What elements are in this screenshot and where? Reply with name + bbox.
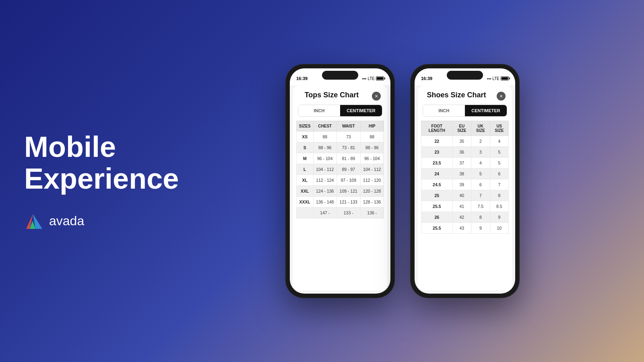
shoes-toggle-centimeter[interactable]: CENTIMETER [465,105,507,116]
battery-icon [376,76,384,80]
tops-cell: 89 - 97 [337,164,360,175]
shoes-cell: 9 [471,223,490,234]
phone-shoes-notch [447,71,483,80]
tops-cell: 112 - 120 [360,175,384,186]
tops-cell: 128 - 136 [360,197,384,208]
tops-cell: S [297,142,314,153]
shoes-modal-title: Shoes Size Chart [424,91,497,99]
tops-cell: 120 - 128 [360,186,384,197]
tops-toggle-row[interactable]: INCH CENTIMETER [298,105,382,117]
shoes-col-foot-length: FOOT LENGTH [421,121,453,136]
tops-size-table: SIZES CHEST WAIST HIP XS887388S88 - 9673… [293,121,387,290]
tops-cell: 73 - 81 [337,142,360,153]
phones-area: 16:39 ▪▪▪ LTE Tops Size Chart INCH CENTI… [185,0,620,362]
shoes-table-row: 264289 [421,212,509,223]
shoes-table-row: 25.5417.58.5 [421,201,509,212]
shoes-cell: 6 [471,179,490,190]
tops-title-bar: Tops Size Chart [293,85,387,105]
tops-table-row: 147 -133 -136 - [297,208,384,218]
phone-shoes-statusbar: 16:39 ▪▪▪ LTE [415,68,515,85]
phone-tops: 16:39 ▪▪▪ LTE Tops Size Chart INCH CENTI… [286,64,394,298]
shoes-cell: 8 [471,212,490,223]
shoes-cell: 35 [452,136,471,147]
tops-cell: 97 - 109 [337,175,360,186]
tops-cell: 88 - 96 [313,142,336,153]
tops-cell: 96 - 104 [360,153,384,164]
avada-logo-icon [24,211,44,231]
shoes-cell: 10 [490,223,508,234]
shoes-cell: 24 [421,169,453,179]
shoes-cell: 8.5 [490,201,508,212]
tops-table-row: XL112 - 12497 - 109112 - 120 [297,175,384,186]
shoes-cell: 22 [421,136,453,147]
tops-cell: 147 - [313,208,336,218]
tops-table: SIZES CHEST WAIST HIP XS887388S88 - 9673… [296,121,384,218]
left-section: Mobile Experience avada [24,131,185,231]
tops-cell: 81 - 89 [337,153,360,164]
shoes-cell: 7 [471,190,490,201]
shoes-cell: 25 [421,190,453,201]
shoes-cell: 3 [471,147,490,158]
phone-shoes: 16:39 ▪▪▪ LTE Shoes Size Chart INCH CENT… [411,64,519,298]
shoes-table: FOOT LENGTH EU SIZE UK SIZE US SIZE 2235… [421,121,509,234]
logo-area: avada [24,211,185,231]
tops-cell: 96 - 104 [313,153,336,164]
tops-col-sizes: SIZES [297,121,314,132]
phone-shoes-modal: Shoes Size Chart INCH CENTIMETER FOOT LE… [418,85,512,290]
tops-table-row: XXL124 - 136109 - 121120 - 128 [297,186,384,197]
shoes-col-eu-size: EU SIZE [452,121,471,136]
shoes-cell: 24.5 [421,179,453,190]
tops-cell: 104 - 112 [313,164,336,175]
shoes-cell: 39 [452,179,471,190]
shoes-close-button[interactable] [497,92,506,101]
tops-toggle-centimeter[interactable]: CENTIMETER [340,105,382,116]
phone-tops-time: 16:39 [296,76,308,81]
shoes-cell: 43 [452,223,471,234]
tops-cell: XL [297,175,314,186]
tops-table-row: XXXL136 - 148121 - 133128 - 136 [297,197,384,208]
shoes-cell: 37 [452,158,471,169]
tops-table-row: XS887388 [297,132,384,142]
shoes-cell: 6 [490,169,508,179]
tops-table-row: S88 - 9673 - 8188 - 96 [297,142,384,153]
network-type: LTE [367,76,375,81]
shoes-cell: 25.5 [421,223,453,234]
tops-cell: 73 [337,132,360,142]
shoes-table-row: 23.53745 [421,158,509,169]
tops-table-header-row: SIZES CHEST WAIST HIP [297,121,384,132]
shoes-cell: 2 [471,136,490,147]
shoes-cell: 5 [471,169,490,179]
shoes-cell: 7.5 [471,201,490,212]
tops-modal-title: Tops Size Chart [299,91,372,99]
tops-cell: 133 - [337,208,360,218]
signal-bars-icon: ▪▪▪ [362,76,367,81]
shoes-cell: 23 [421,147,453,158]
tops-toggle-inch[interactable]: INCH [298,105,340,116]
tops-table-body: XS887388S88 - 9673 - 8188 - 96M96 - 1048… [297,132,384,218]
shoes-col-uk-size: UK SIZE [471,121,490,136]
shoes-cell: 23.5 [421,158,453,169]
shoes-cell: 41 [452,201,471,212]
tops-cell: XXXL [297,197,314,208]
tops-cell: 88 [360,132,384,142]
tops-cell: 121 - 133 [337,197,360,208]
tops-cell [297,208,314,218]
phone-tops-notch [322,71,358,80]
phone-tops-screen: 16:39 ▪▪▪ LTE Tops Size Chart INCH CENTI… [290,68,390,294]
shoes-table-body: 22352423363523.5374524385624.53967254078… [421,136,509,234]
phone-tops-modal: Tops Size Chart INCH CENTIMETER SIZES CH… [293,85,387,290]
tops-col-hip: HIP [360,121,384,132]
phone-shoes-status-icons: ▪▪▪ LTE [487,76,509,81]
shoes-toggle-row[interactable]: INCH CENTIMETER [423,105,507,117]
shoes-cell: 4 [490,136,508,147]
logo-text: avada [49,214,84,228]
shoes-battery-icon [501,76,509,80]
tops-cell: 88 - 96 [360,142,384,153]
headline-line2: Experience [24,162,179,195]
tops-close-button[interactable] [372,92,381,101]
shoes-cell: 26 [421,212,453,223]
tops-cell: XXL [297,186,314,197]
shoes-toggle-inch[interactable]: INCH [423,105,465,116]
shoes-table-header-row: FOOT LENGTH EU SIZE UK SIZE US SIZE [421,121,509,136]
tops-table-row: M96 - 10481 - 8996 - 104 [297,153,384,164]
